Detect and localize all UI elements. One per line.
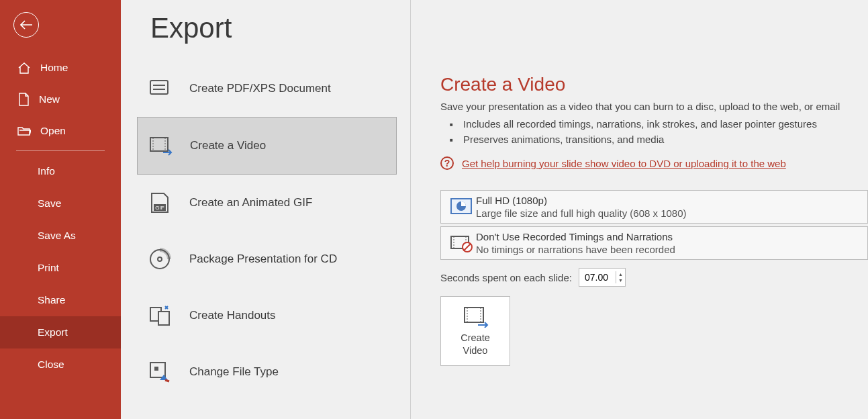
export-option-video[interactable]: Create a Video (137, 117, 397, 175)
svg-rect-13 (154, 367, 158, 371)
file-type-icon (146, 360, 173, 384)
export-option-label: Package Presentation for CD (189, 252, 337, 266)
sidebar-item-close[interactable]: Close (0, 348, 121, 381)
export-option-cd[interactable]: Package Presentation for CD (137, 231, 397, 287)
seconds-row: Seconds spent on each slide: ▲ ▼ (440, 268, 868, 287)
svg-rect-21 (465, 308, 483, 322)
sidebar-label: Home (40, 62, 68, 74)
create-video-icon (462, 305, 489, 328)
help-link[interactable]: Get help burning your slide show video t… (462, 158, 786, 169)
svg-rect-11 (158, 312, 169, 325)
sidebar-item-share[interactable]: Share (0, 284, 121, 316)
sidebar-divider (16, 150, 105, 151)
svg-rect-1 (153, 85, 165, 86)
handouts-icon (146, 304, 173, 328)
export-option-gif[interactable]: GIF Create an Animated GIF (137, 175, 397, 231)
pdf-icon (146, 77, 173, 101)
export-option-label: Change File Type (189, 365, 279, 379)
resolution-main: Full HD (1080p) (476, 195, 861, 206)
resolution-dropdown[interactable]: Full HD (1080p) Large file size and full… (440, 190, 868, 224)
detail-bullet: Preserves animations, transitions, and m… (450, 132, 868, 147)
sidebar-label: Open (40, 125, 66, 137)
timings-main: Don't Use Recorded Timings and Narration… (476, 231, 861, 242)
back-arrow-icon (20, 20, 32, 30)
filmstrip-no-icon (446, 234, 476, 252)
sidebar-item-open[interactable]: Open (0, 115, 121, 146)
timings-sub: No timings or narrations have been recor… (476, 244, 861, 255)
sidebar-item-save-as[interactable]: Save As (0, 220, 121, 252)
seconds-spinner[interactable]: ▲ ▼ (579, 268, 626, 287)
detail-bullet: Includes all recorded timings, narration… (450, 116, 868, 132)
detail-bullet-list: Includes all recorded timings, narration… (450, 116, 868, 147)
video-icon (147, 134, 174, 158)
seconds-input[interactable] (579, 269, 616, 286)
seconds-label: Seconds spent on each slide: (440, 272, 572, 283)
export-detail-panel: Create a Video Save your presentation as… (411, 0, 868, 419)
export-options-list: Create PDF/XPS Document Create a Video G… (121, 60, 410, 400)
sidebar-item-new[interactable]: New (0, 83, 121, 115)
sidebar-item-home[interactable]: Home (0, 52, 121, 83)
home-icon (17, 62, 31, 74)
backstage-sidebar: Home New Open Info Save Save As Print Sh… (0, 0, 121, 419)
svg-point-9 (158, 257, 162, 261)
monitor-icon (446, 197, 476, 216)
help-row: ? Get help burning your slide show video… (440, 156, 868, 170)
sidebar-label: New (39, 93, 60, 105)
help-icon: ? (440, 156, 454, 170)
sidebar-item-info[interactable]: Info (0, 155, 121, 187)
open-icon (17, 126, 31, 136)
svg-rect-0 (150, 81, 168, 94)
svg-rect-2 (153, 89, 165, 90)
gif-icon: GIF (146, 191, 173, 215)
export-option-pdf[interactable]: Create PDF/XPS Document (137, 60, 397, 117)
new-icon (17, 93, 30, 106)
export-backstage-view: Home New Open Info Save Save As Print Sh… (0, 0, 868, 419)
detail-title: Create a Video (440, 74, 868, 95)
export-option-label: Create PDF/XPS Document (189, 82, 331, 95)
page-title: Export (150, 12, 410, 44)
detail-subtitle: Save your presentation as a video that y… (440, 101, 868, 112)
timings-dropdown[interactable]: Don't Use Recorded Timings and Narration… (440, 226, 868, 260)
resolution-sub: Large file size and full high quality (6… (476, 207, 861, 219)
spinner-up[interactable]: ▲ (616, 271, 625, 277)
create-video-label: CreateVideo (461, 332, 490, 357)
svg-text:GIF: GIF (155, 205, 164, 211)
sidebar-item-export[interactable]: Export (0, 316, 121, 348)
spinner-down[interactable]: ▼ (616, 277, 625, 283)
export-option-label: Create a Video (190, 139, 266, 152)
sidebar-item-save[interactable]: Save (0, 187, 121, 220)
cd-icon (146, 247, 173, 271)
export-option-file-type[interactable]: Change File Type (137, 344, 397, 400)
export-options-panel: Export Create PDF/XPS Document Create a … (121, 0, 411, 419)
sidebar-item-print[interactable]: Print (0, 252, 121, 284)
back-button[interactable] (13, 12, 39, 38)
export-option-label: Create Handouts (189, 309, 276, 322)
create-video-button[interactable]: CreateVideo (440, 296, 510, 366)
export-option-label: Create an Animated GIF (189, 196, 312, 209)
export-option-handouts[interactable]: Create Handouts (137, 287, 397, 344)
